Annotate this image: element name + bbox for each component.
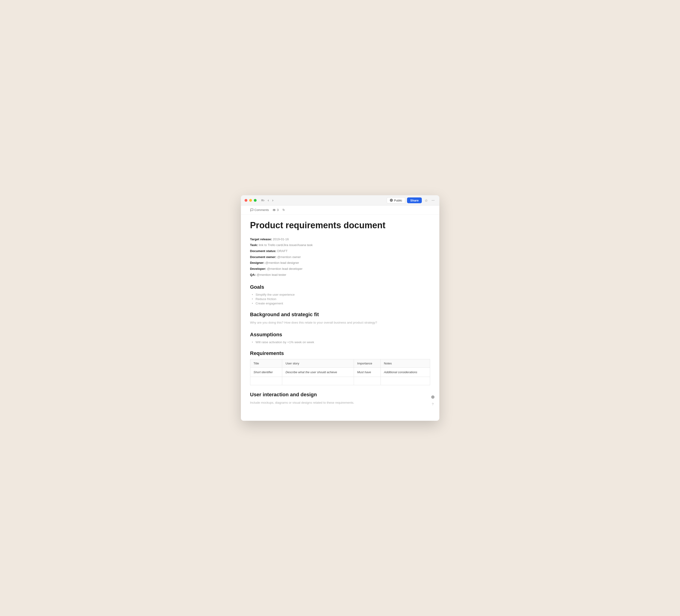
- maximize-button[interactable]: [254, 199, 257, 202]
- comment-icon: [250, 208, 253, 212]
- share-button[interactable]: Share: [407, 197, 422, 203]
- star-icon[interactable]: ☆: [424, 197, 429, 203]
- cell-importance-1[interactable]: Must have: [354, 367, 381, 377]
- comments-button[interactable]: Comments: [250, 208, 269, 212]
- task-link[interactable]: link to Trello card/Jira issue/Asana tas…: [259, 243, 313, 247]
- background-heading: Background and strategic fit: [250, 312, 430, 317]
- sidebar-toggle-icon[interactable]: ≡›: [260, 197, 265, 203]
- user-interaction-description: Include mockups, diagrams or visual desi…: [250, 400, 430, 405]
- section-goals: Goals Simplify the user experience Reduc…: [250, 284, 430, 305]
- list-item: Simplify the user experience: [252, 293, 430, 296]
- views-count: 3: [277, 208, 279, 212]
- goal-link-2[interactable]: Reduce friction: [256, 297, 277, 301]
- floating-icons: ⬤ ?: [430, 394, 436, 407]
- views-indicator: 3: [273, 208, 279, 212]
- background-description: Why are you doing this? How does this re…: [250, 320, 430, 325]
- qa-link[interactable]: @mention lead tester: [257, 273, 286, 277]
- globe-icon: [390, 199, 393, 202]
- col-title: Title: [250, 359, 282, 367]
- document-metadata: Target release: 2019-01-16 Task: link to…: [250, 236, 430, 278]
- comments-label: Comments: [255, 208, 269, 212]
- cell-notes-1[interactable]: Additional considerations: [380, 367, 430, 377]
- close-button[interactable]: [245, 199, 247, 202]
- col-notes: Notes: [380, 359, 430, 367]
- section-assumptions: Assumptions Will raise activation by +1%…: [250, 332, 430, 344]
- cell-importance-2[interactable]: [354, 377, 381, 385]
- assumptions-heading: Assumptions: [250, 332, 430, 338]
- assumptions-list: Will raise activation by +1% week on wee…: [250, 340, 430, 344]
- owner-link[interactable]: @mention owner: [277, 255, 301, 259]
- target-release-link[interactable]: 2019-01-16: [273, 237, 289, 241]
- table-header-row: Title User story Importance Notes: [250, 359, 430, 367]
- app-window: ≡› ‹ › Public Share ☆ ···: [241, 195, 439, 421]
- traffic-lights: [245, 199, 257, 202]
- metadata-designer: Designer: @mention lead designer: [250, 260, 430, 266]
- col-user-story: User story: [282, 359, 354, 367]
- public-button[interactable]: Public: [387, 197, 405, 203]
- table-row: [250, 377, 430, 385]
- document-content: Product requirements document Target rel…: [241, 215, 439, 421]
- requirements-heading: Requirements: [250, 351, 430, 356]
- floating-dot-icon[interactable]: ⬤: [430, 394, 436, 399]
- document-title: Product requirements document: [250, 220, 430, 231]
- svg-point-5: [273, 209, 276, 211]
- cell-user-story-1[interactable]: Describe what the user should achieve: [282, 367, 354, 377]
- back-icon[interactable]: ‹: [267, 197, 270, 203]
- refresh-icon: ↻: [282, 208, 285, 212]
- goal-link-1[interactable]: Simplify the user experience: [256, 293, 295, 296]
- metadata-doc-status: Document status: DRAFT: [250, 248, 430, 254]
- list-item: Will raise activation by +1% week on wee…: [252, 340, 430, 344]
- section-requirements: Requirements Title User story Importance…: [250, 351, 430, 385]
- eye-icon: [273, 208, 276, 212]
- assumption-link-1[interactable]: Will raise activation by +1% week on wee…: [256, 340, 314, 344]
- developer-link[interactable]: @mention lead developer: [267, 267, 303, 271]
- metadata-qa: QA: @mention lead tester: [250, 272, 430, 278]
- cell-title-1[interactable]: Short identifier: [250, 367, 282, 377]
- table-header: Title User story Importance Notes: [250, 359, 430, 367]
- floating-help-icon[interactable]: ?: [430, 401, 436, 407]
- list-item: Create engagement: [252, 302, 430, 305]
- designer-link[interactable]: @mention lead designer: [265, 261, 299, 264]
- metadata-developer: Developer: @mention lead developer: [250, 266, 430, 272]
- section-background: Background and strategic fit Why are you…: [250, 312, 430, 325]
- forward-icon[interactable]: ›: [271, 197, 274, 203]
- more-options-icon[interactable]: ···: [431, 197, 435, 203]
- public-label: Public: [394, 198, 402, 202]
- table-row: Short identifier Describe what the user …: [250, 367, 430, 377]
- goal-link-3[interactable]: Create engagement: [256, 302, 283, 305]
- goals-heading: Goals: [250, 284, 430, 290]
- user-interaction-heading: User interaction and design: [250, 392, 430, 398]
- svg-point-6: [274, 209, 275, 211]
- doc-toolbar: Comments 3 ↻: [241, 205, 439, 215]
- titlebar: ≡› ‹ › Public Share ☆ ···: [241, 195, 439, 205]
- metadata-doc-owner: Document owner: @mention owner: [250, 254, 430, 260]
- minimize-button[interactable]: [249, 199, 252, 202]
- table-body: Short identifier Describe what the user …: [250, 367, 430, 385]
- cell-title-2[interactable]: [250, 377, 282, 385]
- section-user-interaction: User interaction and design Include mock…: [250, 392, 430, 405]
- nav-controls: ≡› ‹ ›: [260, 197, 274, 203]
- refresh-button[interactable]: ↻: [282, 208, 285, 212]
- cell-user-story-2[interactable]: [282, 377, 354, 385]
- goals-list: Simplify the user experience Reduce fric…: [250, 293, 430, 305]
- requirements-table: Title User story Importance Notes Short …: [250, 359, 430, 385]
- cell-notes-2[interactable]: [380, 377, 430, 385]
- metadata-task: Task: link to Trello card/Jira issue/Asa…: [250, 242, 430, 248]
- titlebar-right-actions: Public Share ☆ ···: [387, 197, 436, 203]
- metadata-target-release: Target release: 2019-01-16: [250, 236, 430, 242]
- col-importance: Importance: [354, 359, 381, 367]
- list-item: Reduce friction: [252, 297, 430, 301]
